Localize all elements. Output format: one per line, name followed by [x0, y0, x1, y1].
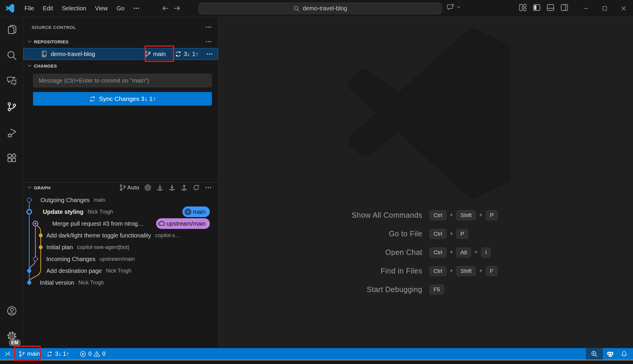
graph-row[interactable]: Merge pull request #3 from ntrog… upstre…: [23, 218, 218, 229]
search-view-icon[interactable]: [0, 45, 23, 66]
zoom-status-item[interactable]: [586, 348, 603, 360]
more-actions-icon[interactable]: [205, 184, 212, 191]
search-icon: [293, 5, 300, 12]
graph-row[interactable]: Outgoing Changes main: [23, 194, 218, 206]
graph-row[interactable]: Initial plan copilot-swe-agent[bot]: [23, 241, 218, 253]
status-branch-label: main: [27, 350, 40, 357]
welcome-shortcuts: Show All Commands Ctrl + Shift + P Go to…: [218, 206, 633, 299]
graph-header[interactable]: GRAPH Auto: [23, 183, 218, 192]
more-actions-icon[interactable]: [206, 50, 213, 58]
vscode-logo-icon: [5, 4, 14, 13]
menu-go[interactable]: Go: [112, 3, 129, 14]
commit-message: Add destination page: [46, 268, 102, 274]
status-bar: main 3↓ 1↑ 0 0: [0, 348, 633, 360]
key-separator: +: [450, 212, 453, 219]
window-shadow: [0, 360, 633, 364]
back-arrow-icon[interactable]: [161, 4, 169, 12]
graph-row[interactable]: Update styling Nick Trogh main: [23, 206, 218, 218]
graph-ref-picker[interactable]: Auto: [119, 184, 139, 191]
remote-indicator[interactable]: [0, 348, 15, 360]
accounts-icon[interactable]: [0, 300, 23, 322]
push-icon[interactable]: [181, 184, 188, 191]
maximize-button[interactable]: [595, 0, 614, 17]
run-debug-view-icon[interactable]: [0, 122, 23, 144]
graph-row[interactable]: Initial version Nick Trogh: [23, 277, 218, 288]
sync-status-item[interactable]: 3↓ 1↑: [43, 348, 72, 360]
bell-icon: [621, 351, 627, 357]
repo-branch-label: main: [153, 51, 166, 58]
checkout-branch-indicator[interactable]: main: [144, 50, 166, 58]
menu-edit[interactable]: Edit: [38, 3, 57, 14]
more-actions-icon[interactable]: [205, 38, 212, 45]
copilot-status-item[interactable]: [603, 348, 618, 360]
branch-badge-upstream-main[interactable]: upstream/main: [156, 218, 210, 229]
branch-badge-main[interactable]: main: [182, 206, 210, 217]
warning-icon: [94, 351, 100, 357]
toggle-primary-sidebar-icon[interactable]: [533, 4, 541, 12]
chevron-down-icon: [27, 39, 32, 44]
chat-sparkle-icon: [446, 3, 455, 11]
graph-row[interactable]: Incoming Changes upstream/main: [23, 253, 218, 265]
search-value: demo-travel-blog: [303, 5, 347, 12]
commit-message: Update styling: [43, 209, 84, 215]
source-control-view-icon[interactable]: [0, 96, 23, 117]
commit-author: copilot-swe-agent[bot]: [77, 244, 129, 250]
activity-bar: EM: [0, 17, 23, 348]
sync-icon: [89, 96, 96, 102]
graph-auto-label: Auto: [127, 184, 139, 191]
key-separator: +: [479, 212, 482, 219]
forward-arrow-icon[interactable]: [173, 4, 181, 12]
toggle-secondary-sidebar-icon[interactable]: [560, 4, 568, 12]
fetch-icon[interactable]: [156, 184, 163, 191]
branch-status-item[interactable]: main: [15, 348, 43, 360]
notifications-status-item[interactable]: [618, 348, 631, 360]
keycap: Ctrl: [429, 210, 446, 220]
problems-status-item[interactable]: 0 0: [76, 348, 109, 360]
target-icon: [184, 208, 192, 216]
copilot-chat-button[interactable]: [446, 3, 461, 11]
changes-header[interactable]: CHANGES: [23, 61, 218, 70]
toggle-panel-icon[interactable]: [547, 4, 555, 12]
explorer-icon[interactable]: [0, 19, 23, 40]
commit-author: Nick Trogh: [88, 209, 113, 215]
menu-file[interactable]: File: [20, 3, 38, 14]
pull-icon[interactable]: [169, 184, 176, 191]
view-title: SOURCE CONTROL: [32, 25, 76, 30]
key-separator: +: [450, 268, 453, 274]
profile-badge[interactable]: EM: [9, 339, 21, 346]
repositories-header[interactable]: REPOSITORIES: [23, 37, 218, 46]
commit-graph: Outgoing Changes main Update styling Nic…: [23, 194, 218, 288]
shortcut-label: Start Debugging: [218, 285, 429, 294]
repositories-label: REPOSITORIES: [34, 39, 68, 44]
copilot-icon: [606, 350, 614, 358]
command-center-search[interactable]: demo-travel-blog: [199, 3, 442, 14]
customize-layout-icon[interactable]: [519, 4, 527, 12]
commit-message: Initial plan: [46, 244, 73, 251]
repo-sync-indicator[interactable]: 3↓ 1↑: [175, 50, 198, 58]
menu-selection[interactable]: Selection: [58, 3, 91, 14]
graph-row[interactable]: Add destination page Nick Trogh: [23, 265, 218, 277]
commit-message-input[interactable]: [33, 74, 212, 87]
commit-ref: upstream/main: [100, 256, 135, 262]
chat-view-icon[interactable]: [0, 70, 23, 91]
menu-view[interactable]: View: [91, 3, 112, 14]
minimize-button[interactable]: [576, 0, 595, 17]
repo-name: demo-travel-blog: [51, 51, 95, 58]
sync-changes-label: Sync Changes 3↓ 1↑: [99, 95, 156, 102]
more-actions-icon[interactable]: [205, 24, 212, 30]
extensions-view-icon[interactable]: [0, 147, 23, 168]
target-icon[interactable]: [144, 184, 151, 191]
key-separator: +: [450, 230, 453, 237]
badge-label: upstream/main: [167, 220, 206, 227]
menu-more-icon[interactable]: [129, 3, 144, 14]
warning-count: 0: [102, 350, 105, 357]
title-bar: File Edit Selection View Go demo-travel-…: [0, 0, 633, 17]
git-branch-icon: [144, 50, 151, 58]
shortcut-row: Find in Files Ctrl + Shift + F: [218, 262, 633, 280]
graph-row[interactable]: Add dark/light theme toggle functionalit…: [23, 229, 218, 241]
refresh-icon[interactable]: [193, 184, 200, 191]
close-button[interactable]: [614, 0, 633, 17]
keycap: F: [486, 266, 498, 276]
sync-changes-button[interactable]: Sync Changes 3↓ 1↑: [33, 92, 212, 106]
repository-row[interactable]: demo-travel-blog main 3↓ 1↑: [23, 48, 218, 60]
